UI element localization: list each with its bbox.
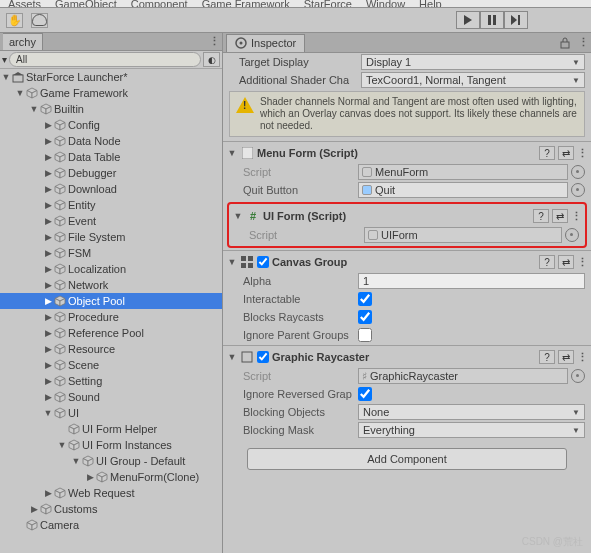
- hand-tool-button[interactable]: ✋: [6, 13, 23, 28]
- tree-node[interactable]: Camera: [0, 517, 222, 533]
- object-picker-icon[interactable]: [571, 165, 585, 179]
- foldout-icon[interactable]: ▼: [56, 440, 68, 450]
- foldout-icon[interactable]: ▶: [42, 152, 54, 162]
- tree-node[interactable]: ▼UI: [0, 405, 222, 421]
- foldout-icon[interactable]: ▶: [42, 120, 54, 130]
- foldout-icon[interactable]: ▼: [28, 104, 40, 114]
- tree-node[interactable]: ▼Game Framework: [0, 85, 222, 101]
- hierarchy-search-input[interactable]: [9, 52, 201, 67]
- foldout-icon[interactable]: ▶: [28, 504, 40, 514]
- object-picker-icon[interactable]: [571, 183, 585, 197]
- foldout-icon[interactable]: ▶: [42, 216, 54, 226]
- foldout-icon[interactable]: ▼: [14, 88, 26, 98]
- tree-node[interactable]: UI Form Helper: [0, 421, 222, 437]
- menu-item[interactable]: Game Framework: [202, 1, 290, 7]
- tree-node[interactable]: ▶FSM: [0, 245, 222, 261]
- menu-item[interactable]: GameObject: [55, 1, 117, 7]
- menu-item[interactable]: Component: [131, 1, 188, 7]
- foldout-icon[interactable]: ▶: [42, 264, 54, 274]
- ignore-parent-checkbox[interactable]: [358, 328, 372, 342]
- object-picker-icon[interactable]: [571, 369, 585, 383]
- blocks-raycasts-checkbox[interactable]: [358, 310, 372, 324]
- tree-node[interactable]: ▶Object Pool: [0, 293, 222, 309]
- foldout-icon[interactable]: ▶: [42, 328, 54, 338]
- component-menu-icon[interactable]: ⋮: [577, 351, 587, 364]
- foldout-icon[interactable]: ▶: [42, 376, 54, 386]
- blocking-objects-dropdown[interactable]: None▼: [358, 404, 585, 420]
- tree-node[interactable]: ▶Download: [0, 181, 222, 197]
- tree-node[interactable]: ▶Data Node: [0, 133, 222, 149]
- shader-channels-dropdown[interactable]: TexCoord1, Normal, Tangent▼: [361, 72, 585, 88]
- object-picker-icon[interactable]: [565, 228, 579, 242]
- preset-icon[interactable]: ⇄: [558, 146, 574, 160]
- alpha-input[interactable]: [358, 273, 585, 289]
- foldout-icon[interactable]: ▶: [42, 344, 54, 354]
- tree-node[interactable]: ▶Localization: [0, 261, 222, 277]
- foldout-icon[interactable]: ▼: [227, 148, 237, 158]
- tree-node[interactable]: ▶Sound: [0, 389, 222, 405]
- help-icon[interactable]: ?: [533, 209, 549, 223]
- cloud-button[interactable]: [31, 13, 48, 28]
- tree-node[interactable]: ▶Network: [0, 277, 222, 293]
- component-enable-checkbox[interactable]: [257, 256, 269, 268]
- add-component-button[interactable]: Add Component: [247, 448, 567, 470]
- foldout-icon[interactable]: ▶: [42, 136, 54, 146]
- tree-node[interactable]: ▼UI Group - Default: [0, 453, 222, 469]
- tree-node[interactable]: ▼StarForce Launcher*: [0, 69, 222, 85]
- target-display-dropdown[interactable]: Display 1▼: [361, 54, 585, 70]
- preset-icon[interactable]: ⇄: [558, 350, 574, 364]
- foldout-icon[interactable]: ▼: [227, 352, 237, 362]
- foldout-icon[interactable]: ▼: [233, 211, 243, 221]
- tree-node[interactable]: ▶Scene: [0, 357, 222, 373]
- menu-item[interactable]: Assets: [8, 1, 41, 7]
- tree-node[interactable]: ▶MenuForm(Clone): [0, 469, 222, 485]
- menu-item[interactable]: StarForce: [304, 1, 352, 7]
- foldout-icon[interactable]: ▶: [42, 248, 54, 258]
- hierarchy-tab[interactable]: archy: [3, 33, 43, 50]
- foldout-icon[interactable]: ▶: [42, 280, 54, 290]
- menu-item[interactable]: Window: [366, 1, 405, 7]
- foldout-icon[interactable]: ▶: [42, 312, 54, 322]
- menu-item[interactable]: Help: [419, 1, 442, 7]
- component-menu-icon[interactable]: ⋮: [577, 256, 587, 269]
- inspector-tab[interactable]: Inspector: [226, 34, 305, 52]
- step-button[interactable]: [504, 11, 528, 29]
- foldout-icon[interactable]: ▶: [42, 168, 54, 178]
- foldout-icon[interactable]: ▶: [42, 200, 54, 210]
- tree-node[interactable]: ▶Procedure: [0, 309, 222, 325]
- blocking-mask-dropdown[interactable]: Everything▼: [358, 422, 585, 438]
- foldout-icon[interactable]: ▼: [227, 257, 237, 267]
- tree-node[interactable]: ▼UI Form Instances: [0, 437, 222, 453]
- tree-node[interactable]: ▶Customs: [0, 501, 222, 517]
- preset-icon[interactable]: ⇄: [558, 255, 574, 269]
- filter-button[interactable]: ◐: [203, 52, 220, 67]
- foldout-icon[interactable]: ▶: [42, 184, 54, 194]
- tree-node[interactable]: ▶Debugger: [0, 165, 222, 181]
- foldout-icon[interactable]: ▶: [42, 392, 54, 402]
- foldout-icon[interactable]: ▼: [42, 408, 54, 418]
- component-enable-checkbox[interactable]: [257, 351, 269, 363]
- tree-node[interactable]: ▶Web Request: [0, 485, 222, 501]
- component-menu-icon[interactable]: ⋮: [577, 147, 587, 160]
- quit-button-field[interactable]: Quit: [358, 182, 568, 198]
- tree-node[interactable]: ▶Entity: [0, 197, 222, 213]
- panel-menu-icon[interactable]: ⋮: [578, 36, 588, 49]
- foldout-icon[interactable]: ▼: [0, 72, 12, 82]
- help-icon[interactable]: ?: [539, 255, 555, 269]
- preset-icon[interactable]: ⇄: [552, 209, 568, 223]
- foldout-icon[interactable]: ▶: [42, 488, 54, 498]
- help-icon[interactable]: ?: [539, 350, 555, 364]
- foldout-icon[interactable]: ▶: [42, 360, 54, 370]
- help-icon[interactable]: ?: [539, 146, 555, 160]
- tree-node[interactable]: ▶Config: [0, 117, 222, 133]
- hierarchy-tree[interactable]: ▼StarForce Launcher*▼Game Framework▼Buil…: [0, 69, 222, 553]
- ignore-reversed-checkbox[interactable]: [358, 387, 372, 401]
- interactable-checkbox[interactable]: [358, 292, 372, 306]
- foldout-icon[interactable]: ▶: [84, 472, 96, 482]
- tree-node[interactable]: ▶Setting: [0, 373, 222, 389]
- tree-node[interactable]: ▶File System: [0, 229, 222, 245]
- pause-button[interactable]: [480, 11, 504, 29]
- tree-node[interactable]: ▶Reference Pool: [0, 325, 222, 341]
- lock-icon[interactable]: [560, 37, 570, 49]
- tree-node[interactable]: ▼Builtin: [0, 101, 222, 117]
